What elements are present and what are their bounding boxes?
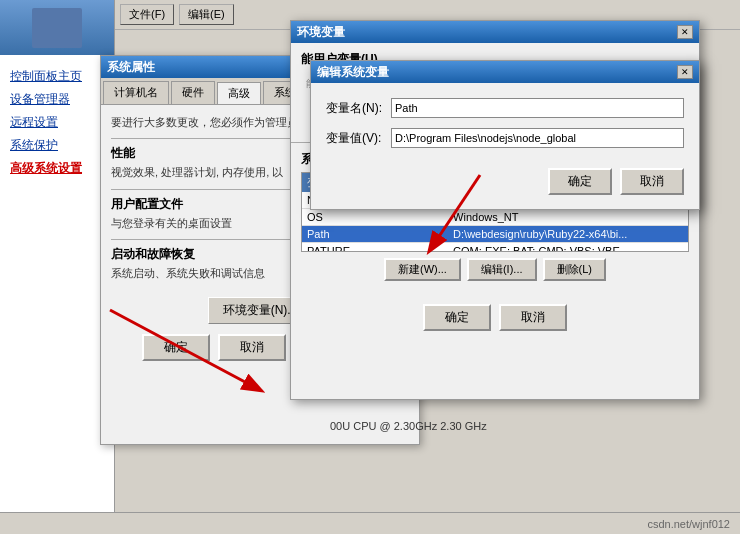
env-dialog-controls: ✕ [677,25,693,39]
tab-advanced[interactable]: 高级 [217,82,261,105]
delete-var-btn[interactable]: 删除(L) [543,258,606,281]
nav-sys-protect[interactable]: 系统保护 [5,134,109,157]
sys-props-title: 系统属性 [107,59,155,76]
env-close-icon[interactable]: ✕ [677,25,693,39]
edit-dialog-controls: ✕ [677,65,693,79]
table-row-selected[interactable]: Path D:\webdesign\ruby\Ruby22-x64\bi... [302,226,688,243]
var-val-cell-selected: D:\webdesign\ruby\Ruby22-x64\bi... [448,226,688,243]
var-name-row: 变量名(N): [326,98,684,118]
edit-close-icon[interactable]: ✕ [677,65,693,79]
menu-edit[interactable]: 编辑(E) [179,4,234,25]
sys-info: 00U CPU @ 2.30GHz 2.30 GHz [330,420,487,432]
var-value-row: 变量值(V): [326,128,684,148]
env-cancel-btn[interactable]: 取消 [499,304,567,331]
var-name-cell: OS [302,209,448,226]
nav-advanced[interactable]: 高级系统设置 [5,157,109,180]
edit-ok-btn[interactable]: 确定 [548,168,612,195]
panel-logo [32,8,82,48]
table-row[interactable]: OS Windows_NT [302,209,688,226]
env-dialog-btns: 确定 取消 [291,299,699,336]
edit-btn-row: 确定 取消 [311,168,699,205]
tab-hardware[interactable]: 硬件 [171,81,215,104]
env-dialog-titlebar: 环境变量 ✕ [291,21,699,43]
var-name-cell-selected: Path [302,226,448,243]
table-row[interactable]: PATHRE COM: EXE: BAT: CMD: VBS: VBE... [302,243,688,253]
env-ok-btn[interactable]: 确定 [423,304,491,331]
nav-device-manager[interactable]: 设备管理器 [5,88,109,111]
bottom-bar: csdn.net/wjnf012 [0,512,740,534]
watermark: csdn.net/wjnf012 [647,518,730,530]
var-val-cell: Windows_NT [448,209,688,226]
var-name-label: 变量名(N): [326,100,391,117]
edit-dialog-title: 编辑系统变量 [317,64,389,81]
edit-cancel-btn[interactable]: 取消 [620,168,684,195]
left-panel-header [0,0,114,55]
sys-props-cancel-btn[interactable]: 取消 [218,334,286,361]
tab-computer-name[interactable]: 计算机名 [103,81,169,104]
edit-dialog: 编辑系统变量 ✕ 变量名(N): 变量值(V): 确定 取消 [310,60,700,210]
var-name-cell: PATHRE [302,243,448,253]
var-value-input[interactable] [391,128,684,148]
edit-dialog-titlebar: 编辑系统变量 ✕ [311,61,699,83]
sys-props-ok-btn[interactable]: 确定 [142,334,210,361]
nav-remote[interactable]: 远程设置 [5,111,109,134]
env-dialog-title: 环境变量 [297,24,345,41]
left-panel: 控制面板主页 设备管理器 远程设置 系统保护 高级系统设置 [0,0,115,534]
menu-file[interactable]: 文件(F) [120,4,174,25]
edit-dialog-content: 变量名(N): 变量值(V): [311,83,699,168]
var-val-cell: COM: EXE: BAT: CMD: VBS: VBE... [448,243,688,253]
left-nav: 控制面板主页 设备管理器 远程设置 系统保护 高级系统设置 [0,55,114,190]
edit-var-btn[interactable]: 编辑(I)... [467,258,537,281]
nav-control-panel[interactable]: 控制面板主页 [5,65,109,88]
var-value-label: 变量值(V): [326,130,391,147]
var-name-input[interactable] [391,98,684,118]
env-action-btns: 新建(W)... 编辑(I)... 删除(L) [301,258,689,281]
new-var-btn[interactable]: 新建(W)... [384,258,461,281]
